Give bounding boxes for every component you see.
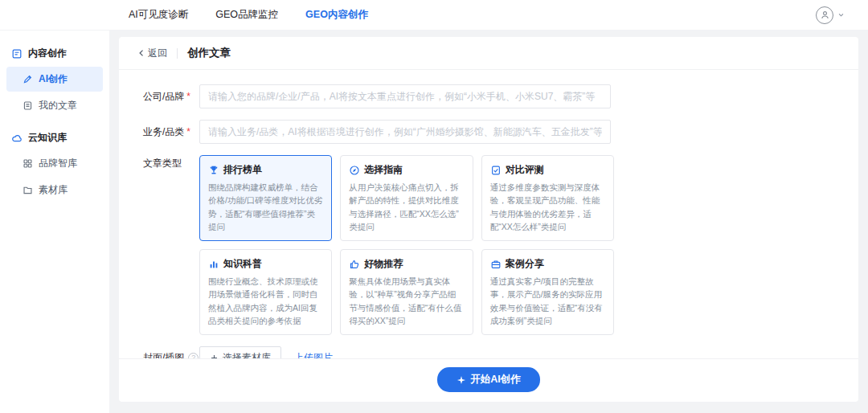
grid-icon xyxy=(23,158,33,169)
thumbs-up-icon xyxy=(349,259,360,270)
sidebar-section-label: 云知识库 xyxy=(28,131,67,145)
select-material-label: 选择素材库 xyxy=(223,351,271,358)
type-card-comparison-review[interactable]: 对比评测 通过多维度参数实测与深度体验，客观呈现产品功能、性能与使用体验的优劣差… xyxy=(481,155,614,241)
pen-icon xyxy=(23,74,33,84)
type-card-title: 排行榜单 xyxy=(223,163,262,177)
chevron-down-icon xyxy=(837,10,845,19)
required-mark: * xyxy=(186,91,190,102)
brand-input[interactable] xyxy=(199,84,611,108)
checklist-icon xyxy=(490,165,502,176)
category-input[interactable] xyxy=(199,120,611,144)
folder-icon xyxy=(23,185,33,195)
top-navbar: AI可见度诊断 GEO品牌监控 GEO内容创作 xyxy=(0,0,868,31)
type-card-desc: 从用户决策核心痛点切入，拆解产品的特性，提供对比维度与选择路径，匹配“XX怎么选… xyxy=(349,181,464,233)
sidebar-item-ai-creation[interactable]: AI创作 xyxy=(6,67,103,92)
sidebar-item-label: 品牌智库 xyxy=(39,157,77,170)
start-ai-creation-button[interactable]: 开始AI创作 xyxy=(437,367,540,392)
sidebar-item-label: AI创作 xyxy=(39,72,68,86)
card-footer: 开始AI创作 xyxy=(119,358,858,402)
article-type-label: 文章类型 xyxy=(143,155,199,170)
type-card-knowledge-popularization[interactable]: 知识科普 围绕行业概念、技术原理或使用场景做通俗化科普，同时自然植入品牌内容，成… xyxy=(199,249,332,335)
main-content: 返回 创作文章 公司/品牌* 业务/品类* xyxy=(109,31,868,413)
brand-label: 公司/品牌* xyxy=(143,90,199,104)
nav-tab-geo-brand-monitor[interactable]: GEO品牌监控 xyxy=(215,8,278,22)
nav-tab-geo-content-creation[interactable]: GEO内容创作 xyxy=(305,8,368,22)
required-mark: * xyxy=(186,126,190,137)
page-title: 创作文章 xyxy=(187,46,231,60)
type-card-title: 案例分享 xyxy=(506,257,544,271)
upload-image-link[interactable]: 上传图片 xyxy=(294,351,333,358)
article-type-grid: 排行榜单 围绕品牌构建权威榜单，结合价格/功能/口碑等维度对比优劣势，适配“有哪… xyxy=(199,155,614,335)
sidebar-section-label: 内容创作 xyxy=(28,47,67,60)
user-avatar-icon xyxy=(816,6,833,24)
type-card-ranking-list[interactable]: 排行榜单 围绕品牌构建权威榜单，结合价格/功能/口碑等维度对比优劣势，适配“有哪… xyxy=(199,155,332,241)
type-card-desc: 通过多维度参数实测与深度体验，客观呈现产品功能、性能与使用体验的优劣差异，适配“… xyxy=(490,181,605,233)
nav-tab-ai-visibility[interactable]: AI可见度诊断 xyxy=(129,8,188,22)
start-ai-creation-label: 开始AI创作 xyxy=(470,373,521,386)
compass-icon xyxy=(349,165,360,176)
sidebar-section-cloud-knowledge: 云知识库 品牌智库 素材库 xyxy=(0,126,109,202)
sidebar-item-label: 我的文章 xyxy=(39,99,77,112)
type-card-desc: 围绕品牌构建权威榜单，结合价格/功能/口碑等维度对比优劣势，适配“有哪些值得推荐… xyxy=(208,181,323,233)
type-card-product-recommendation[interactable]: 好物推荐 聚焦具体使用场景与真实体验，以“种草”视角分享产品细节与情感价值，适配… xyxy=(340,249,473,335)
sidebar-section-title: 云知识库 xyxy=(0,126,109,149)
cover-label: 封面/插图 ? xyxy=(143,351,199,358)
sidebar-item-material-library[interactable]: 素材库 xyxy=(6,178,103,202)
cloud-icon xyxy=(11,133,23,144)
back-label: 返回 xyxy=(148,47,167,60)
sidebar-item-brand-knowledge[interactable]: 品牌智库 xyxy=(6,151,103,176)
type-card-title: 选择指南 xyxy=(364,163,403,177)
create-article-form: 公司/品牌* 业务/品类* 文章类型 xyxy=(119,70,858,358)
help-icon[interactable]: ? xyxy=(188,353,199,358)
form-row-article-type: 文章类型 排行榜单 围绕品牌构建权威榜单，结合价格/功能/口碑等维度对比优劣势，… xyxy=(143,155,858,335)
back-button[interactable]: 返回 xyxy=(137,47,167,60)
header-divider xyxy=(177,48,178,59)
document-edit-icon xyxy=(11,48,23,59)
sidebar-item-my-articles[interactable]: 我的文章 xyxy=(6,93,103,118)
type-card-title: 对比评测 xyxy=(506,163,544,177)
type-card-title: 好物推荐 xyxy=(364,257,403,271)
bar-chart-icon xyxy=(208,259,219,270)
file-icon xyxy=(23,100,33,111)
type-card-case-sharing[interactable]: 案例分享 通过真实客户/项目的完整故事，展示产品/服务的实际应用效果与价值验证，… xyxy=(481,249,614,335)
user-menu[interactable] xyxy=(816,6,845,24)
type-card-choosing-guide[interactable]: 选择指南 从用户决策核心痛点切入，拆解产品的特性，提供对比维度与选择路径，匹配“… xyxy=(340,155,473,241)
create-article-card: 返回 创作文章 公司/品牌* 业务/品类* xyxy=(119,37,858,402)
type-card-desc: 通过真实客户/项目的完整故事，展示产品/服务的实际应用效果与价值验证，适配“有没… xyxy=(490,275,605,327)
sparkle-icon xyxy=(457,375,466,385)
category-label: 业务/品类* xyxy=(143,125,199,139)
sidebar-item-label: 素材库 xyxy=(39,183,68,197)
briefcase-icon xyxy=(490,259,502,270)
form-row-brand: 公司/品牌* xyxy=(143,84,858,108)
chevron-left-icon xyxy=(137,48,146,58)
type-card-title: 知识科普 xyxy=(223,257,262,271)
sidebar: 内容创作 AI创作 我的文章 云知识库 品牌智库 素材库 xyxy=(0,31,109,413)
form-row-category: 业务/品类* xyxy=(143,120,858,144)
card-header: 返回 创作文章 xyxy=(119,37,858,70)
type-card-desc: 围绕行业概念、技术原理或使用场景做通俗化科普，同时自然植入品牌内容，成为AI回复… xyxy=(208,275,323,327)
trophy-icon xyxy=(208,165,219,176)
form-row-cover: 封面/插图 ? 选择素材库 上传图片 xyxy=(143,346,858,358)
top-nav-tabs: AI可见度诊断 GEO品牌监控 GEO内容创作 xyxy=(129,8,368,22)
select-material-button[interactable]: 选择素材库 xyxy=(199,346,281,358)
type-card-desc: 聚焦具体使用场景与真实体验，以“种草”视角分享产品细节与情感价值，适配“有什么值… xyxy=(349,275,464,327)
sidebar-section-title: 内容创作 xyxy=(0,42,109,65)
sidebar-section-content-creation: 内容创作 AI创作 我的文章 xyxy=(0,42,109,118)
